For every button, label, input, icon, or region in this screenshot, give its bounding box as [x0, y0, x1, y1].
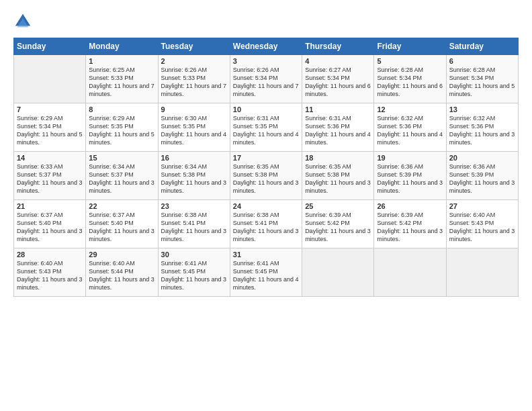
cell-content: Sunrise: 6:29 AMSunset: 5:35 PMDaylight:…	[89, 114, 154, 147]
day-number: 21	[17, 202, 83, 210]
day-number: 13	[449, 105, 515, 113]
cell-content: Sunrise: 6:27 AMSunset: 5:34 PMDaylight:…	[305, 66, 371, 99]
day-number: 25	[305, 202, 371, 210]
cell-content: Sunrise: 6:26 AMSunset: 5:34 PMDaylight:…	[233, 66, 299, 99]
calendar-cell	[302, 248, 374, 297]
day-number: 27	[449, 202, 515, 210]
day-number: 7	[17, 105, 83, 113]
cell-content: Sunrise: 6:29 AMSunset: 5:34 PMDaylight:…	[17, 114, 83, 147]
weekday-header-sunday: Sunday	[14, 38, 86, 55]
calendar-cell: 12 Sunrise: 6:32 AMSunset: 5:36 PMDaylig…	[374, 103, 446, 152]
calendar-week-row: 14 Sunrise: 6:33 AMSunset: 5:37 PMDaylig…	[14, 152, 519, 200]
cell-content: Sunrise: 6:35 AMSunset: 5:38 PMDaylight:…	[305, 163, 371, 195]
calendar-cell: 9 Sunrise: 6:30 AMSunset: 5:35 PMDayligh…	[158, 103, 230, 152]
cell-content: Sunrise: 6:25 AMSunset: 5:33 PMDaylight:…	[89, 66, 154, 99]
calendar-cell: 4 Sunrise: 6:27 AMSunset: 5:34 PMDayligh…	[302, 55, 374, 103]
calendar-cell: 28 Sunrise: 6:40 AMSunset: 5:43 PMDaylig…	[14, 248, 86, 297]
weekday-header-saturday: Saturday	[446, 38, 518, 55]
header	[13, 12, 519, 31]
day-number: 30	[161, 250, 227, 259]
day-number: 11	[305, 105, 371, 113]
day-number: 14	[17, 154, 83, 162]
calendar-cell: 7 Sunrise: 6:29 AMSunset: 5:34 PMDayligh…	[14, 103, 86, 152]
calendar-cell: 3 Sunrise: 6:26 AMSunset: 5:34 PMDayligh…	[230, 55, 302, 103]
logo-icon	[13, 12, 32, 31]
calendar-cell: 14 Sunrise: 6:33 AMSunset: 5:37 PMDaylig…	[14, 152, 86, 200]
day-number: 19	[377, 154, 443, 162]
day-number: 18	[305, 154, 371, 162]
calendar-cell: 18 Sunrise: 6:35 AMSunset: 5:38 PMDaylig…	[302, 152, 374, 200]
weekday-header-monday: Monday	[86, 38, 158, 55]
cell-content: Sunrise: 6:31 AMSunset: 5:35 PMDaylight:…	[233, 114, 299, 147]
calendar-week-row: 21 Sunrise: 6:37 AMSunset: 5:40 PMDaylig…	[14, 200, 519, 248]
calendar-week-row: 28 Sunrise: 6:40 AMSunset: 5:43 PMDaylig…	[14, 248, 519, 297]
calendar-cell: 15 Sunrise: 6:34 AMSunset: 5:37 PMDaylig…	[86, 152, 158, 200]
cell-content: Sunrise: 6:26 AMSunset: 5:33 PMDaylight:…	[161, 66, 227, 99]
day-number: 2	[161, 57, 227, 65]
day-number: 12	[377, 105, 443, 113]
calendar-week-row: 1 Sunrise: 6:25 AMSunset: 5:33 PMDayligh…	[14, 55, 519, 103]
day-number: 16	[161, 154, 227, 162]
cell-content: Sunrise: 6:36 AMSunset: 5:39 PMDaylight:…	[377, 163, 443, 195]
calendar-cell: 8 Sunrise: 6:29 AMSunset: 5:35 PMDayligh…	[86, 103, 158, 152]
day-number: 3	[233, 57, 299, 65]
calendar-cell: 11 Sunrise: 6:31 AMSunset: 5:36 PMDaylig…	[302, 103, 374, 152]
cell-content: Sunrise: 6:30 AMSunset: 5:35 PMDaylight:…	[161, 114, 227, 147]
calendar-cell: 6 Sunrise: 6:28 AMSunset: 5:34 PMDayligh…	[446, 55, 518, 103]
calendar-cell: 27 Sunrise: 6:40 AMSunset: 5:43 PMDaylig…	[446, 200, 518, 248]
calendar-cell: 17 Sunrise: 6:35 AMSunset: 5:38 PMDaylig…	[230, 152, 302, 200]
weekday-header-thursday: Thursday	[302, 38, 374, 55]
day-number: 22	[89, 202, 154, 210]
calendar-week-row: 7 Sunrise: 6:29 AMSunset: 5:34 PMDayligh…	[14, 103, 519, 152]
cell-content: Sunrise: 6:28 AMSunset: 5:34 PMDaylight:…	[449, 66, 515, 99]
cell-content: Sunrise: 6:39 AMSunset: 5:42 PMDaylight:…	[377, 211, 443, 244]
cell-content: Sunrise: 6:40 AMSunset: 5:43 PMDaylight:…	[449, 211, 515, 244]
day-number: 26	[377, 202, 443, 210]
day-number: 9	[161, 105, 227, 113]
calendar-cell: 31 Sunrise: 6:41 AMSunset: 5:45 PMDaylig…	[230, 248, 302, 297]
calendar-cell	[14, 55, 86, 103]
cell-content: Sunrise: 6:31 AMSunset: 5:36 PMDaylight:…	[305, 114, 371, 147]
day-number: 5	[377, 57, 443, 65]
weekday-header-tuesday: Tuesday	[158, 38, 230, 55]
cell-content: Sunrise: 6:41 AMSunset: 5:45 PMDaylight:…	[161, 259, 227, 292]
cell-content: Sunrise: 6:40 AMSunset: 5:43 PMDaylight:…	[17, 259, 83, 292]
logo	[13, 12, 35, 31]
day-number: 24	[233, 202, 299, 210]
page: SundayMondayTuesdayWednesdayThursdayFrid…	[0, 0, 532, 411]
weekday-header-friday: Friday	[374, 38, 446, 55]
cell-content: Sunrise: 6:40 AMSunset: 5:44 PMDaylight:…	[89, 259, 154, 292]
calendar-cell: 20 Sunrise: 6:36 AMSunset: 5:39 PMDaylig…	[446, 152, 518, 200]
cell-content: Sunrise: 6:34 AMSunset: 5:38 PMDaylight:…	[161, 163, 227, 195]
cell-content: Sunrise: 6:39 AMSunset: 5:42 PMDaylight:…	[305, 211, 371, 244]
calendar-cell: 2 Sunrise: 6:26 AMSunset: 5:33 PMDayligh…	[158, 55, 230, 103]
cell-content: Sunrise: 6:36 AMSunset: 5:39 PMDaylight:…	[449, 163, 515, 195]
calendar-cell: 16 Sunrise: 6:34 AMSunset: 5:38 PMDaylig…	[158, 152, 230, 200]
calendar-cell: 13 Sunrise: 6:32 AMSunset: 5:36 PMDaylig…	[446, 103, 518, 152]
calendar-cell	[374, 248, 446, 297]
cell-content: Sunrise: 6:37 AMSunset: 5:40 PMDaylight:…	[17, 211, 83, 244]
cell-content: Sunrise: 6:28 AMSunset: 5:34 PMDaylight:…	[377, 66, 443, 99]
day-number: 20	[449, 154, 515, 162]
day-number: 15	[89, 154, 154, 162]
calendar-table: SundayMondayTuesdayWednesdayThursdayFrid…	[13, 38, 519, 297]
calendar-cell: 10 Sunrise: 6:31 AMSunset: 5:35 PMDaylig…	[230, 103, 302, 152]
calendar-cell: 25 Sunrise: 6:39 AMSunset: 5:42 PMDaylig…	[302, 200, 374, 248]
calendar-cell: 22 Sunrise: 6:37 AMSunset: 5:40 PMDaylig…	[86, 200, 158, 248]
day-number: 4	[305, 57, 371, 65]
cell-content: Sunrise: 6:32 AMSunset: 5:36 PMDaylight:…	[449, 114, 515, 147]
day-number: 28	[17, 250, 83, 259]
day-number: 23	[161, 202, 227, 210]
day-number: 31	[233, 250, 299, 259]
cell-content: Sunrise: 6:41 AMSunset: 5:45 PMDaylight:…	[233, 259, 299, 292]
weekday-header-wednesday: Wednesday	[230, 38, 302, 55]
day-number: 1	[89, 57, 154, 65]
day-number: 8	[89, 105, 154, 113]
calendar-cell: 24 Sunrise: 6:38 AMSunset: 5:41 PMDaylig…	[230, 200, 302, 248]
day-number: 17	[233, 154, 299, 162]
calendar-cell: 23 Sunrise: 6:38 AMSunset: 5:41 PMDaylig…	[158, 200, 230, 248]
weekday-header-row: SundayMondayTuesdayWednesdayThursdayFrid…	[14, 38, 519, 55]
cell-content: Sunrise: 6:38 AMSunset: 5:41 PMDaylight:…	[233, 211, 299, 244]
calendar-cell: 19 Sunrise: 6:36 AMSunset: 5:39 PMDaylig…	[374, 152, 446, 200]
day-number: 6	[449, 57, 515, 65]
